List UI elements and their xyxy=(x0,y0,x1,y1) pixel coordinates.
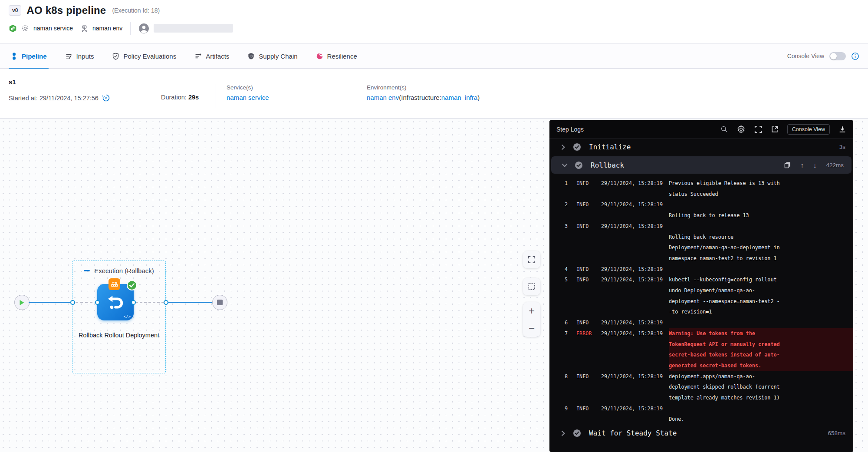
rollback-arrow-icon xyxy=(105,292,125,312)
pipeline-end-node[interactable] xyxy=(212,295,227,310)
scroll-down-icon[interactable]: ↓ xyxy=(813,162,817,169)
redacted-user-email xyxy=(154,24,233,33)
tab-label: Resilience xyxy=(327,53,357,60)
open-in-new-icon[interactable] xyxy=(771,125,779,133)
log-level: INFO xyxy=(576,317,595,328)
scroll-up-icon[interactable]: ↑ xyxy=(800,162,804,169)
info-icon[interactable] xyxy=(851,52,859,60)
canvas-fullscreen-button[interactable] xyxy=(523,251,540,268)
infrastructure-link[interactable]: naman_infra xyxy=(441,94,477,101)
log-level: INFO xyxy=(576,274,595,285)
rollback-step-node[interactable]: </> xyxy=(97,284,134,320)
log-message: Rolling back resource Deployment/naman-q… xyxy=(669,221,853,264)
tab-inputs[interactable]: Inputs xyxy=(63,44,96,69)
tab-resilience[interactable]: Resilience xyxy=(314,44,359,69)
step-row-initialize[interactable]: Initialize 3s xyxy=(549,139,853,155)
log-entry: 1INFO29/11/2024, 15:28:19Previous eligib… xyxy=(549,178,853,199)
step-success-icon xyxy=(573,143,581,151)
log-entries[interactable]: 1INFO29/11/2024, 15:28:19Previous eligib… xyxy=(549,175,853,425)
pipeline-start-node[interactable] xyxy=(14,295,30,310)
tab-label: Supply Chain xyxy=(259,53,297,60)
log-timestamp: 29/11/2024, 15:28:19 xyxy=(601,199,663,210)
execution-group-label: Execution (Rollback) xyxy=(94,267,154,274)
duration-value: 29s xyxy=(188,94,199,101)
tab-label: Artifacts xyxy=(206,53,229,60)
step-duration: 3s xyxy=(839,144,845,150)
console-view-toggle-label: Console View xyxy=(787,53,824,59)
log-level: ERROR xyxy=(576,328,595,339)
log-line-number: 7 xyxy=(560,328,568,339)
history-icon[interactable] xyxy=(102,94,110,102)
tab-supply-chain[interactable]: Supply Chain xyxy=(246,44,299,69)
step-row-wait-for-steady-state[interactable]: Wait for Steady State 658ms xyxy=(549,425,853,442)
tab-label: Policy Evaluations xyxy=(123,53,176,60)
step-name: Wait for Steady State xyxy=(589,429,677,437)
tab-artifacts[interactable]: Artifacts xyxy=(193,44,231,69)
stage-name: s1 xyxy=(9,78,16,86)
infra-prefix: (Infrastructure: xyxy=(399,94,441,101)
stage-duration: Duration: 29s xyxy=(161,94,199,101)
log-message: deployment.apps/naman-qa-ao- deployment … xyxy=(669,371,853,403)
step-logs-panel: Step Logs Console View Initialize 3s Rol… xyxy=(549,120,853,452)
edge-start-to-group xyxy=(29,302,73,303)
fullscreen-icon xyxy=(528,256,536,264)
log-message: Rolling back to release 13 xyxy=(669,199,853,221)
download-logs-icon[interactable] xyxy=(838,125,846,133)
environment-link[interactable]: naman env xyxy=(367,94,399,101)
chevron-down-icon[interactable] xyxy=(561,163,569,167)
log-settings-gear-icon[interactable] xyxy=(736,125,746,134)
step-row-rollback[interactable]: Rollback ↑ ↓ 422ms xyxy=(551,156,852,174)
execution-id: (Execution Id: 18) xyxy=(112,7,160,14)
group-right-port[interactable] xyxy=(164,300,168,305)
step-name: Initialize xyxy=(589,143,631,151)
group-left-port[interactable] xyxy=(70,300,75,305)
step-logs-header: Step Logs Console View xyxy=(549,120,853,139)
user-avatar-icon xyxy=(138,23,149,34)
step-name: Rollback xyxy=(591,161,624,169)
stage-divider xyxy=(216,84,216,109)
log-line-number: 9 xyxy=(560,403,568,414)
node-left-port[interactable] xyxy=(95,300,100,305)
log-line-number: 3 xyxy=(560,221,568,232)
stage-started: Started at: 29/11/2024, 15:27:56 xyxy=(9,94,110,102)
tab-label: Inputs xyxy=(76,53,94,60)
log-line-number: 4 xyxy=(560,264,568,275)
console-view-toggle[interactable] xyxy=(829,52,846,60)
edge-group-to-end xyxy=(168,302,213,303)
service-link[interactable]: naman service xyxy=(227,94,269,101)
chevron-right-icon[interactable] xyxy=(559,144,567,150)
header-divider xyxy=(130,22,131,35)
log-entry: 9INFO29/11/2024, 15:28:19 Done. xyxy=(549,403,853,425)
stop-icon xyxy=(217,300,223,305)
list-plus-icon xyxy=(194,53,202,60)
log-level: INFO xyxy=(576,221,595,232)
node-right-port[interactable] xyxy=(131,300,136,305)
header-env-name: naman env xyxy=(92,25,122,32)
log-timestamp: 29/11/2024, 15:28:19 xyxy=(601,403,663,414)
chevron-right-icon[interactable] xyxy=(559,430,567,436)
stage-started-text: Started at: 29/11/2024, 15:27:56 xyxy=(9,95,99,102)
canvas-zoom-controls: + − xyxy=(523,302,540,337)
tab-policy-evaluations[interactable]: Policy Evaluations xyxy=(110,44,178,69)
resilience-chaos-icon xyxy=(316,53,323,60)
success-check-icon xyxy=(127,280,137,290)
shield-check-icon xyxy=(112,53,119,60)
zoom-out-button[interactable]: − xyxy=(529,323,535,333)
canvas-select-button[interactable] xyxy=(523,278,540,295)
log-level: INFO xyxy=(576,371,595,382)
copy-logs-icon[interactable] xyxy=(784,162,791,168)
log-search-icon[interactable] xyxy=(720,125,728,133)
step-node-label: Rollback Rollout Deployment xyxy=(72,330,166,340)
log-fullscreen-icon[interactable] xyxy=(754,125,762,133)
log-console-view-button[interactable]: Console View xyxy=(787,124,830,135)
infra-suffix: ) xyxy=(477,94,480,101)
zoom-in-button[interactable]: + xyxy=(529,306,535,316)
log-entry: 2INFO29/11/2024, 15:28:19 Rolling back t… xyxy=(549,199,853,221)
step-logs-title: Step Logs xyxy=(556,126,584,133)
log-level: INFO xyxy=(576,264,595,275)
environment-icon xyxy=(81,25,88,32)
collapse-minus-icon[interactable] xyxy=(84,270,90,272)
rollout-badge-icon xyxy=(108,278,120,290)
tab-pipeline[interactable]: Pipeline xyxy=(9,44,49,69)
play-icon xyxy=(19,300,25,306)
